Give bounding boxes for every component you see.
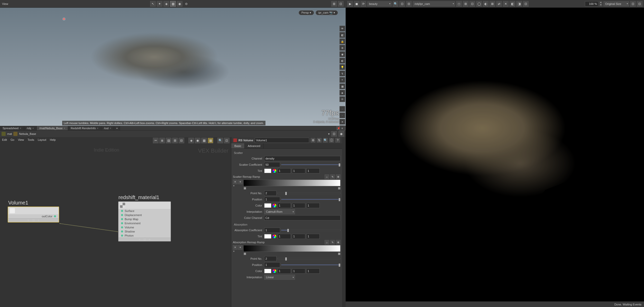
ramp-preset-icon[interactable]: ⌂ — [325, 240, 329, 245]
ng-tool-4[interactable]: ⊞ — [172, 138, 178, 143]
color-swatch[interactable] — [264, 269, 271, 273]
breadcrumb-tool-2[interactable]: ◉ — [338, 131, 344, 137]
ramp-add-button[interactable]: + — [238, 180, 243, 184]
render-btn-5[interactable]: ⊡ — [399, 1, 405, 7]
side-tool-f[interactable]: ✕ — [339, 119, 345, 125]
side-tool-c[interactable]: ⟳ — [339, 96, 345, 102]
tool-btn-2[interactable]: ✦ — [157, 1, 162, 7]
render-view[interactable] — [346, 8, 644, 301]
color-channel-input[interactable] — [264, 215, 341, 220]
tool-btn-4[interactable]: ▦ — [170, 1, 176, 7]
render-btn-8[interactable]: ⊞ — [463, 1, 468, 7]
menu-go[interactable]: Go — [11, 138, 14, 141]
side-tool-a[interactable]: ▦ — [339, 83, 345, 89]
render-btn-a[interactable]: ◯ — [476, 1, 482, 7]
tint-g-input[interactable] — [292, 168, 305, 173]
color-picker-icon[interactable] — [272, 234, 277, 238]
color-picker-icon[interactable] — [272, 269, 277, 273]
add-tab-button[interactable]: + — [114, 126, 120, 130]
tab-out[interactable]: /out× — [101, 126, 114, 130]
tab-redshift-info[interactable]: Redshift RenderInfo× — [68, 126, 101, 130]
color-b-input[interactable] — [306, 203, 320, 208]
tool-btn-3[interactable]: ◈ — [163, 1, 169, 7]
tool-btn-5[interactable]: ◉ — [177, 1, 182, 7]
network-icon[interactable] — [2, 132, 6, 136]
camera-path-dropdown[interactable]: /obj/ipr_cam — [413, 1, 455, 6]
tint-r-input[interactable] — [278, 234, 291, 239]
view-menu[interactable]: View — [2, 2, 8, 5]
close-icon[interactable]: × — [110, 127, 111, 130]
node-volume1[interactable]: Volume1 outColor ≡⊡≡ — [8, 207, 59, 222]
input-port[interactable] — [121, 230, 123, 232]
absorption-coeff-input[interactable] — [264, 228, 280, 233]
color-b-input[interactable] — [306, 268, 320, 274]
node-graph[interactable]: Edit Go View Tools Layout Help ✂ ≣ ▤ ⊞ ⊟… — [0, 137, 231, 307]
ramp-gradient[interactable] — [243, 180, 341, 186]
ramp-edit-icon[interactable]: ✎ — [330, 174, 335, 179]
side-tool-9[interactable]: ⌖ — [339, 77, 345, 83]
render-btn-d[interactable]: ⇄ — [496, 1, 502, 7]
node-name-input[interactable] — [255, 138, 309, 143]
render-btn-6[interactable]: ⊟ — [406, 1, 412, 7]
side-tool-1[interactable]: 👁 — [339, 26, 345, 31]
side-tool-b[interactable]: ◈ — [339, 90, 345, 96]
tint-swatch[interactable] — [264, 234, 271, 239]
close-icon[interactable]: × — [97, 127, 98, 130]
tab-obj[interactable]: /obj× — [24, 126, 37, 130]
side-tool-2[interactable]: ◧ — [339, 32, 345, 38]
ramp-gear-icon[interactable]: ✼ — [336, 174, 341, 179]
render-btn-9[interactable]: ⊡ — [470, 1, 475, 7]
menu-edit[interactable]: Edit — [2, 138, 7, 141]
side-tool-7[interactable]: 💡 — [339, 64, 345, 70]
color-g-input[interactable] — [292, 203, 305, 208]
position-input[interactable] — [264, 262, 280, 267]
render-btn-2[interactable]: ◼ — [354, 1, 360, 7]
link-icon[interactable]: ⇅ — [317, 138, 321, 143]
search-icon[interactable]: 🔍 — [323, 138, 328, 143]
color-r-input[interactable] — [278, 203, 291, 208]
ng-tool-8[interactable]: ▦ — [201, 138, 207, 143]
position-slider[interactable] — [281, 264, 341, 265]
tab-mat-nebula[interactable]: /mat/Nebula_Base× — [37, 126, 68, 130]
persp-dropdown[interactable]: Persp ▾ — [299, 10, 314, 15]
position-slider[interactable] — [281, 199, 341, 200]
scrollbar[interactable] — [342, 137, 346, 307]
render-btn-e[interactable]: ✕ — [503, 1, 509, 7]
input-port[interactable] — [121, 210, 123, 212]
zoom-down-icon[interactable]: ▼ — [599, 4, 602, 6]
render-btn-g[interactable]: ◨ — [516, 1, 522, 7]
channel-input[interactable] — [264, 156, 341, 161]
tint-b-input[interactable] — [306, 234, 320, 239]
tool-btn-6[interactable]: ⊖ — [183, 1, 189, 7]
camera-dropdown[interactable]: ipr_cam 📷 ▾ — [316, 10, 338, 15]
ng-tool-5[interactable]: ⊟ — [179, 138, 184, 143]
side-tool-8[interactable]: ↯ — [339, 71, 345, 76]
ramp-edit-icon[interactable]: ✎ — [330, 240, 335, 245]
menu-help[interactable]: Help — [50, 138, 56, 141]
viewport-3d[interactable]: Persp ▾ ipr_cam 📷 ▾ 77fps 12.87ms 3 obje… — [0, 8, 346, 126]
menu-tools[interactable]: Tools — [27, 138, 34, 141]
color-g-input[interactable] — [292, 268, 305, 274]
breadcrumb-tool-1[interactable]: ⊡ — [331, 131, 337, 137]
render-btn-h[interactable]: ⊡ — [523, 1, 529, 7]
render-btn-1[interactable]: ▶ — [347, 1, 353, 7]
position-input[interactable] — [264, 197, 280, 202]
ramp-gear-icon[interactable]: ✼ — [336, 240, 341, 245]
tint-swatch[interactable] — [264, 169, 271, 173]
tool-btn-7[interactable]: ⊞ — [331, 1, 337, 7]
breadcrumb-dropdown-icon[interactable]: ▾ — [328, 132, 330, 136]
breadcrumb-current[interactable]: Nebula_Base — [19, 132, 36, 135]
ng-tool-3[interactable]: ▤ — [166, 138, 171, 143]
color-picker-icon[interactable] — [272, 203, 277, 208]
render-btn-i[interactable]: ⊡ — [630, 1, 636, 7]
render-btn-3[interactable]: ⟳ — [361, 1, 366, 7]
collapse-icon[interactable]: ▼ — [233, 185, 243, 187]
scatter-coeff-input[interactable] — [264, 162, 280, 167]
tool-btn-1[interactable]: ↖ — [150, 1, 156, 7]
scatter-coeff-slider[interactable] — [281, 164, 341, 165]
ramp-handle[interactable] — [338, 187, 341, 190]
side-tool-d[interactable]: · — [339, 106, 345, 112]
interpolation-dropdown[interactable]: Catmull-Rom — [264, 209, 295, 214]
menu-view[interactable]: View — [18, 138, 24, 141]
ramp-gradient[interactable] — [243, 245, 341, 252]
